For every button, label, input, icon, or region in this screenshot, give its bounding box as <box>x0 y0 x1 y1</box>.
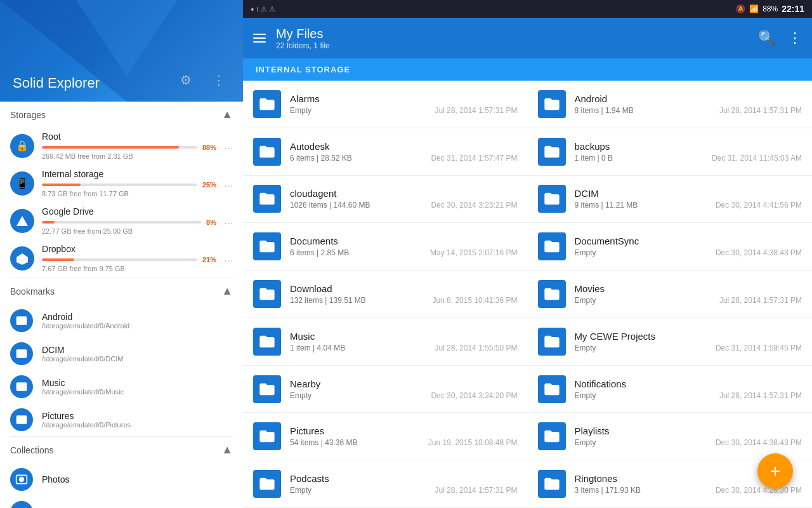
collections-label: Collections <box>10 445 221 455</box>
file-name-backups: backups <box>575 141 802 152</box>
sidebar-header-bg <box>0 0 243 102</box>
storage-free-dropbox: 7.67 GB free from 9.75 GB <box>42 265 216 272</box>
svg-rect-8 <box>16 415 27 424</box>
folder-icon-backups <box>538 138 566 166</box>
svg-point-9 <box>19 477 24 482</box>
storage-more-internal[interactable]: … <box>224 178 233 189</box>
storage-free-internal: 8.73 GB free from 11.77 GB <box>42 190 216 197</box>
storage-free-gdrive: 22.77 GB free from 25.00 GB <box>42 227 216 235</box>
mute-icon: 🔕 <box>736 4 745 13</box>
sidebar-header: Solid Explorer ⚙ ⋮ <box>0 0 243 102</box>
storages-toggle[interactable]: ▲ <box>221 108 233 121</box>
time-display: 22:11 <box>782 4 804 14</box>
storage-bar-bg-dropbox <box>42 258 197 261</box>
storage-more-gdrive[interactable]: … <box>224 216 233 226</box>
bookmark-item-android[interactable]: Android /storage/emulated/0/Android <box>0 304 243 337</box>
file-item-movies[interactable]: Movies Empty Jul 28, 2014 1:57:31 PM <box>528 271 813 318</box>
file-item-documentsync[interactable]: DocumentSync Empty Dec 30, 2014 4:38:43 … <box>528 223 813 271</box>
file-info-cloudagent: cloudagent 1026 items | 144.60 MB Dec 30… <box>290 188 518 210</box>
bookmark-item-music[interactable]: Music /storage/emulated/0/Music <box>0 370 243 403</box>
file-item-playlists[interactable]: Playlists Empty Dec 30, 2014 4:38:43 PM <box>528 413 813 460</box>
storage-more-dropbox[interactable]: … <box>224 253 233 264</box>
file-info-mycewe: My CEWE Projects Empty Dec 31, 2014 1:59… <box>575 331 802 352</box>
wifi-icon: 📶 <box>749 4 759 13</box>
storage-item-internal[interactable]: 📱 Internal storage 25% 8.73 GB free from… <box>0 165 243 203</box>
file-item-cloudagent[interactable]: cloudagent 1026 items | 144.60 MB Dec 30… <box>243 176 528 224</box>
file-meta-nearby: Empty Dec 30, 2014 3:24:20 PM <box>290 391 518 400</box>
bookmark-item-dcim[interactable]: DCIM /storage/emulated/0/DCIM <box>0 337 243 370</box>
storage-pct-gdrive: 8% <box>206 218 216 226</box>
file-name-documents: Documents <box>290 236 518 246</box>
battery-text: 88% <box>763 4 778 13</box>
collection-icon-photos <box>10 468 33 491</box>
storage-item-gdrive[interactable]: Google Drive 8% 22.77 GB free from 25.00… <box>0 203 243 240</box>
bookmark-icon-dcim <box>10 342 33 365</box>
file-name-cloudagent: cloudagent <box>290 188 518 199</box>
internal-storage-header: INTERNAL STORAGE <box>243 58 812 81</box>
file-item-autodesk[interactable]: Autodesk 6 items | 28.52 KB Dec 31, 2014… <box>243 128 528 176</box>
file-name-documentsync: DocumentSync <box>575 236 802 246</box>
search-button[interactable]: 🔍 <box>758 30 775 46</box>
fab-add-button[interactable]: + <box>757 453 793 489</box>
file-meta-movies: Empty Jul 28, 2014 1:57:31 PM <box>575 296 802 305</box>
file-item-documents[interactable]: Documents 6 items | 2.85 MB May 14, 2015… <box>243 223 528 271</box>
file-item-dcim[interactable]: DCIM 9 items | 11.21 MB Dec 30, 2014 4:4… <box>528 176 813 224</box>
storage-pct-internal: 25% <box>202 181 216 189</box>
storage-more-root[interactable]: … <box>224 141 233 151</box>
storage-bar-fill-gdrive <box>42 221 55 224</box>
file-meta-cloudagent: 1026 items | 144.60 MB Dec 30, 2014 3:23… <box>290 201 518 210</box>
storage-bar-bg-gdrive <box>42 221 201 224</box>
bookmark-path-pictures: /storage/emulated/0/Pictures <box>42 421 131 429</box>
file-meta-download: 132 items | 139.51 MB Jun 8, 2015 10:41:… <box>290 296 518 305</box>
folder-icon-autodesk <box>253 138 281 166</box>
overflow-button[interactable]: ⋮ <box>788 30 802 46</box>
file-item-mycewe[interactable]: My CEWE Projects Empty Dec 31, 2014 1:59… <box>528 318 813 366</box>
storage-item-root[interactable]: 🔒 Root 88% 269.42 MB free from 2.31 GB … <box>0 128 243 165</box>
file-item-backups[interactable]: backups 1 item | 0 B Dec 31, 2014 11:45:… <box>528 128 813 176</box>
collection-name-photos: Photos <box>42 474 70 485</box>
file-item-alarms[interactable]: Alarms Empty Jul 28, 2014 1:57:31 PM <box>243 81 528 128</box>
folder-icon-nearby <box>253 375 281 403</box>
files-grid: Alarms Empty Jul 28, 2014 1:57:31 PM And… <box>243 81 812 508</box>
file-info-playlists: Playlists Empty Dec 30, 2014 4:38:43 PM <box>575 425 802 447</box>
storage-pct-dropbox: 21% <box>202 256 216 264</box>
file-item-nearby[interactable]: Nearby Empty Dec 30, 2014 3:24:20 PM <box>243 366 528 413</box>
bookmark-name-dcim: DCIM <box>42 345 123 355</box>
file-meta-podcasts: Empty Jul 28, 2014 1:57:31 PM <box>290 486 518 495</box>
collection-item-photos[interactable]: Photos <box>0 463 243 496</box>
bookmark-item-pictures[interactable]: Pictures /storage/emulated/0/Pictures <box>0 403 243 436</box>
collections-toggle[interactable]: ▲ <box>221 443 233 457</box>
file-item-music[interactable]: Music 1 item | 4.04 MB Jul 28, 2014 1:55… <box>243 318 528 366</box>
main-title: My Files <box>276 27 748 41</box>
bookmarks-toggle[interactable]: ▲ <box>221 284 233 298</box>
file-meta-notifications: Empty Jul 28, 2014 1:57:31 PM <box>575 391 802 400</box>
file-name-autodesk: Autodesk <box>290 141 518 152</box>
file-info-documentsync: DocumentSync Empty Dec 30, 2014 4:38:43 … <box>575 236 802 257</box>
bookmark-info-dcim: DCIM /storage/emulated/0/DCIM <box>42 345 123 363</box>
notif-icons: ♦ τ ⚠ ⚠ <box>251 5 275 13</box>
file-name-download: Download <box>290 283 518 294</box>
folder-icon-documents <box>253 232 281 260</box>
file-meta-autodesk: 6 items | 28.52 KB Dec 31, 2014 1:57:47 … <box>290 154 518 163</box>
storage-section-label: INTERNAL STORAGE <box>256 65 350 74</box>
file-item-download[interactable]: Download 132 items | 139.51 MB Jun 8, 20… <box>243 271 528 318</box>
storage-icon-gdrive <box>10 209 34 233</box>
file-item-pictures[interactable]: Pictures 54 items | 43.36 MB Jun 19, 201… <box>243 413 528 460</box>
file-meta-documents: 6 items | 2.85 MB May 14, 2015 2:07:16 P… <box>290 248 518 257</box>
file-info-podcasts: Podcasts Empty Jul 28, 2014 1:57:31 PM <box>290 473 518 495</box>
hamburger-button[interactable] <box>253 34 266 43</box>
file-item-notifications[interactable]: Notifications Empty Jul 28, 2014 1:57:31… <box>528 366 813 413</box>
file-info-backups: backups 1 item | 0 B Dec 31, 2014 11:45:… <box>575 141 802 163</box>
file-item-android[interactable]: Android 8 items | 1.94 MB Jul 28, 2014 1… <box>528 81 813 128</box>
file-info-autodesk: Autodesk 6 items | 28.52 KB Dec 31, 2014… <box>290 141 518 163</box>
storage-item-dropbox[interactable]: Dropbox 21% 7.67 GB free from 9.75 GB … <box>0 240 243 277</box>
folder-icon-notifications <box>538 375 566 403</box>
collections-section-header: Collections ▲ <box>0 437 243 463</box>
file-meta-backups: 1 item | 0 B Dec 31, 2014 11:45:03 AM <box>575 154 802 163</box>
collection-item-music[interactable]: Music <box>0 496 243 508</box>
collection-icon-music <box>10 501 33 508</box>
storage-info-dropbox: Dropbox 21% 7.67 GB free from 9.75 GB <box>42 244 216 272</box>
main-panel: ♦ τ ⚠ ⚠ 🔕 📶 88% 22:11 My Files 22 folder… <box>243 0 812 508</box>
file-meta-android: 8 items | 1.94 MB Jul 28, 2014 1:57:31 P… <box>575 106 802 115</box>
file-item-podcasts[interactable]: Podcasts Empty Jul 28, 2014 1:57:31 PM <box>243 460 528 508</box>
